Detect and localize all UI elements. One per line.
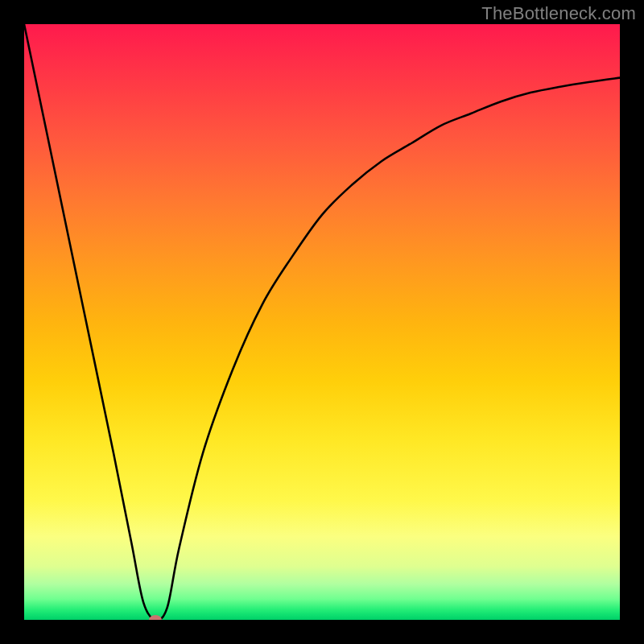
optimum-marker	[149, 615, 162, 620]
plot-area	[24, 24, 620, 620]
watermark-text: TheBottleneck.com	[481, 3, 636, 24]
chart-stage: TheBottleneck.com	[0, 0, 644, 644]
bottleneck-curve	[24, 24, 620, 620]
